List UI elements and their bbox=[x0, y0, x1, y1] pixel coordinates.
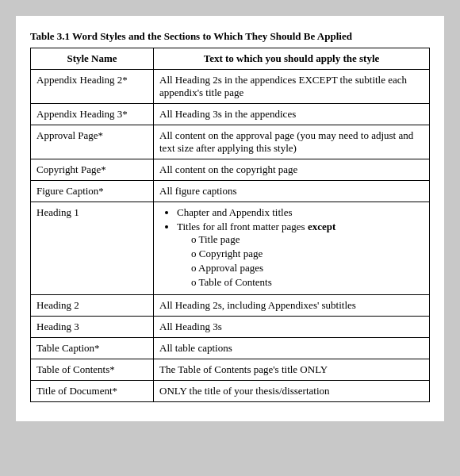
style-name-heading3: Heading 3 bbox=[31, 317, 154, 338]
style-name-title-doc: Title of Document* bbox=[31, 381, 154, 402]
list-item: Titles for all front matter pages except… bbox=[177, 221, 424, 289]
list-item: Approval pages bbox=[191, 262, 424, 274]
style-desc-heading3: All Heading 3s bbox=[154, 317, 430, 338]
table-row: Copyright Page* All content on the copyr… bbox=[31, 159, 430, 181]
style-desc-toc: The Table of Contents page's title ONLY bbox=[154, 359, 430, 381]
table-row: Heading 2 All Heading 2s, including Appe… bbox=[31, 295, 430, 317]
heading1-bullet-list: Chapter and Appendix titles Titles for a… bbox=[159, 206, 424, 289]
table-row: Appendix Heading 3* All Heading 3s in th… bbox=[31, 104, 430, 125]
table-row: Table Caption* All table captions bbox=[31, 338, 430, 359]
style-name-figure-caption: Figure Caption* bbox=[31, 181, 154, 202]
page-container: Table 3.1 Word Styles and the Sections t… bbox=[16, 16, 444, 421]
table-row: Figure Caption* All figure captions bbox=[31, 181, 430, 202]
list-item: Chapter and Appendix titles bbox=[177, 206, 424, 219]
table-header-row: Style Name Text to which you should appl… bbox=[31, 48, 430, 70]
list-item: Copyright page bbox=[191, 248, 424, 260]
style-desc-figure-caption: All figure captions bbox=[154, 181, 430, 202]
style-name-appendix-h2: Appendix Heading 2* bbox=[31, 70, 154, 104]
styles-table: Style Name Text to which you should appl… bbox=[30, 48, 430, 402]
style-name-approval: Approval Page* bbox=[31, 125, 154, 159]
style-name-toc: Table of Contents* bbox=[31, 359, 154, 381]
style-name-heading1: Heading 1 bbox=[31, 202, 154, 295]
style-desc-appendix-h3: All Heading 3s in the appendices bbox=[154, 104, 430, 125]
table-row: Approval Page* All content on the approv… bbox=[31, 125, 430, 159]
table-row-heading1: Heading 1 Chapter and Appendix titles Ti… bbox=[31, 202, 430, 295]
style-name-heading2: Heading 2 bbox=[31, 295, 154, 317]
table-row: Table of Contents* The Table of Contents… bbox=[31, 359, 430, 381]
style-desc-title-doc: ONLY the title of your thesis/dissertati… bbox=[154, 381, 430, 402]
heading1-sub-list: Title page Copyright page Approval pages… bbox=[177, 233, 424, 289]
header-description: Text to which you should apply the style bbox=[154, 48, 430, 70]
list-item: Table of Contents bbox=[191, 276, 424, 289]
header-style-name: Style Name bbox=[31, 48, 154, 70]
table-title: Table 3.1 Word Styles and the Sections t… bbox=[30, 30, 430, 43]
style-desc-approval: All content on the approval page (you ma… bbox=[154, 125, 430, 159]
style-desc-heading1: Chapter and Appendix titles Titles for a… bbox=[154, 202, 430, 295]
list-item: Title page bbox=[191, 233, 424, 246]
table-row: Title of Document* ONLY the title of you… bbox=[31, 381, 430, 402]
style-desc-appendix-h2: All Heading 2s in the appendices EXCEPT … bbox=[154, 70, 430, 104]
style-name-appendix-h3: Appendix Heading 3* bbox=[31, 104, 154, 125]
style-name-table-caption: Table Caption* bbox=[31, 338, 154, 359]
style-desc-heading2: All Heading 2s, including Appendixes' su… bbox=[154, 295, 430, 317]
style-desc-copyright: All content on the copyright page bbox=[154, 159, 430, 181]
style-desc-table-caption: All table captions bbox=[154, 338, 430, 359]
table-row: Heading 3 All Heading 3s bbox=[31, 317, 430, 338]
table-row: Appendix Heading 2* All Heading 2s in th… bbox=[31, 70, 430, 104]
style-name-copyright: Copyright Page* bbox=[31, 159, 154, 181]
